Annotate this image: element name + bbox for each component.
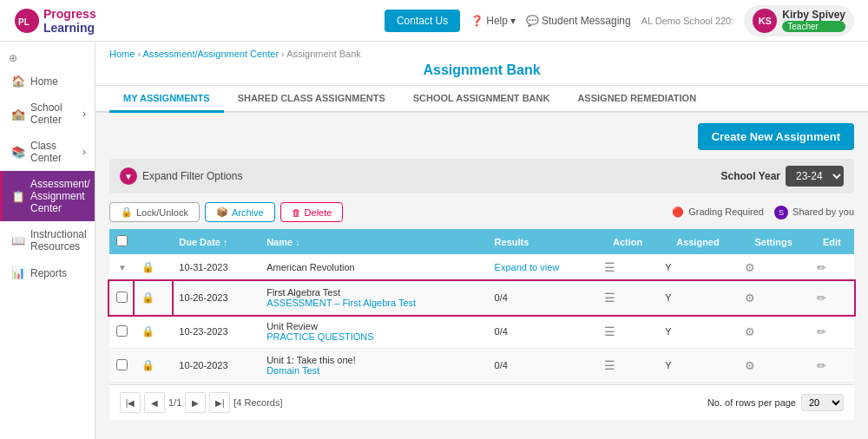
school-year-select[interactable]: 23-24 22-23 21-22 [786,166,844,187]
edit-pencil-icon-2[interactable]: ✏ [817,292,826,305]
sidebar-item-assessment[interactable]: 📋 Assessment/ Assignment Center [0,171,95,221]
col-name[interactable]: Name ↓ [260,229,487,254]
sidebar-item-class-center[interactable]: 📚 Class Center › [0,133,95,171]
col-settings: Settings [738,229,810,254]
settings-gear-icon-2[interactable]: ⚙ [745,292,755,305]
grading-dot-icon: 🔴 [672,206,684,217]
col-due-date[interactable]: Due Date ↑ [172,229,260,254]
grading-required-label: 🔴 Grading Required [672,206,764,218]
row-sub-link-3[interactable]: PRACTICE QUESTIONS [266,331,373,342]
bulk-left-actions: 🔒 Lock/Unlock 📦 Archive 🗑 Delete [109,202,343,222]
records-count: [4 Records] [233,397,282,408]
header-right: Contact Us ❓ Help ▾ 💬 Student Messaging … [385,5,854,36]
sidebar-item-home[interactable]: 🏠 Home [0,68,95,95]
archive-button[interactable]: 📦 Archive [205,202,275,222]
sidebar-label-instructional: Instructional Resources [30,228,87,252]
filter-bar: ▼ Expand Filter Options School Year 23-2… [109,159,854,193]
row-results-4: 0/4 [488,349,597,383]
row-results-3: 0/4 [488,315,597,349]
assignments-table: Due Date ↑ Name ↓ Results Action Assigne… [109,229,854,383]
main-content: Home › Assessment/Assignment Center › As… [95,42,868,439]
row-settings-4: ⚙ [738,349,810,383]
edit-pencil-icon[interactable]: ✏ [817,261,826,274]
tab-school-bank[interactable]: SCHOOL ASSIGNMENT BANK [399,86,564,113]
row-name-text: American Revolution [266,262,355,272]
home-icon: 🏠 [11,75,25,88]
chevron-down-row-icon: ▾ [120,262,125,272]
school-center-icon: 🏫 [11,108,25,121]
sidebar-item-instructional[interactable]: 📖 Instructional Resources [0,221,95,259]
row-sub-link-4[interactable]: Domain Test [266,365,319,376]
row-edit-3: ✏ [810,315,854,349]
lock-icon-row-2: 🔒 [141,292,155,304]
row-lock-cell-4: 🔒 [135,349,172,383]
svg-text:PL: PL [18,17,30,27]
col-lock [135,229,172,254]
row-lock-cell: 🔒 [135,254,172,281]
row-sub-link-2[interactable]: ASSESSMENT – First Algebra Test [266,298,416,308]
page-title: Assignment Bank [423,62,540,78]
col-checkbox [109,229,135,254]
action-menu-icon-2[interactable]: ☰ [604,291,615,305]
chevron-right-icon-2: › [82,146,86,158]
breadcrumb-assessment[interactable]: Assessment/Assignment Center [143,49,279,59]
messaging-link[interactable]: 💬 Student Messaging [526,15,631,27]
shared-circle-icon: S [774,206,788,220]
select-all-checkbox[interactable] [116,235,128,246]
row-checkbox-cell-3 [109,315,135,349]
row-results-2: 0/4 [488,281,597,315]
main-layout: ⊕ 🏠 Home 🏫 School Center › 📚 Class Cente… [0,42,868,439]
prev-page-button[interactable]: ◀ [144,392,165,413]
table-row: 🔒 10-20-2023 Unit 1: Take this one! Doma… [109,349,854,383]
sidebar-item-reports[interactable]: 📊 Reports [0,259,95,286]
contact-button[interactable]: Contact Us [385,10,460,32]
logo-text: Progress Learning [43,7,96,35]
page-info: 1/1 [168,397,181,408]
action-menu-icon[interactable]: ☰ [604,260,615,274]
settings-gear-icon-4[interactable]: ⚙ [745,359,755,372]
action-menu-icon-3[interactable]: ☰ [604,324,615,338]
delete-button[interactable]: 🗑 Delete [280,202,344,222]
row-checkbox-cell-4 [109,349,135,383]
assessment-icon: 📋 [11,190,25,203]
lock-unlock-button[interactable]: 🔒 Lock/Unlock [109,202,200,222]
tab-remediation[interactable]: ASSIGNED REMEDIATION [563,86,710,113]
sidebar-collapse-button[interactable]: ⊕ [0,49,26,68]
table-row: 🔒 10-26-2023 First Algebra Test ASSESSME… [109,281,854,315]
settings-gear-icon-3[interactable]: ⚙ [745,325,755,338]
tab-shared-class[interactable]: SHARED CLASS ASSIGNMENTS [224,86,399,113]
edit-pencil-icon-4[interactable]: ✏ [817,359,826,372]
bulk-actions-bar: 🔒 Lock/Unlock 📦 Archive 🗑 Delete 🔴 [109,202,854,222]
create-assignment-button[interactable]: Create New Assignment [698,123,854,150]
last-page-button[interactable]: ▶| [209,392,230,413]
top-header: PL Progress Learning Contact Us ❓ Help ▾… [0,0,868,42]
logo: PL Progress Learning [14,7,96,35]
message-icon: 💬 [526,15,539,27]
first-page-button[interactable]: |◀ [120,392,141,413]
table-container: Due Date ↑ Name ↓ Results Action Assigne… [109,229,854,383]
class-center-icon: 📚 [11,146,25,159]
instructional-icon: 📖 [11,234,25,247]
row-checkbox-3[interactable] [116,325,128,337]
rows-per-page-control: No. of rows per page 20 50 100 [707,394,844,411]
row-checkbox-cell: ▾ [109,254,135,281]
tab-my-assignments[interactable]: MY ASSIGNMENTS [109,86,224,113]
action-menu-icon-4[interactable]: ☰ [604,358,615,372]
user-badge[interactable]: KS Kirby Spivey Teacher [744,5,854,36]
row-settings-3: ⚙ [738,315,810,349]
breadcrumb-home[interactable]: Home [109,49,135,59]
help-link[interactable]: ❓ Help ▾ [470,15,516,27]
rows-per-page-select[interactable]: 20 50 100 [801,394,844,411]
row-action-3: ☰ [597,315,658,349]
edit-pencil-icon-3[interactable]: ✏ [817,325,826,338]
expand-to-view-link[interactable]: Expand to view [495,262,560,272]
row-due-date-2: 10-26-2023 [172,281,260,315]
row-checkbox-2[interactable] [116,292,128,303]
filter-expand[interactable]: ▼ Expand Filter Options [120,167,242,185]
row-name: American Revolution [260,254,487,281]
pagination-controls: |◀ ◀ 1/1 ▶ ▶| [4 Records] [120,392,283,413]
settings-gear-icon[interactable]: ⚙ [745,261,755,274]
next-page-button[interactable]: ▶ [185,392,206,413]
row-checkbox-4[interactable] [116,359,128,370]
sidebar-item-school-center[interactable]: 🏫 School Center › [0,95,95,133]
